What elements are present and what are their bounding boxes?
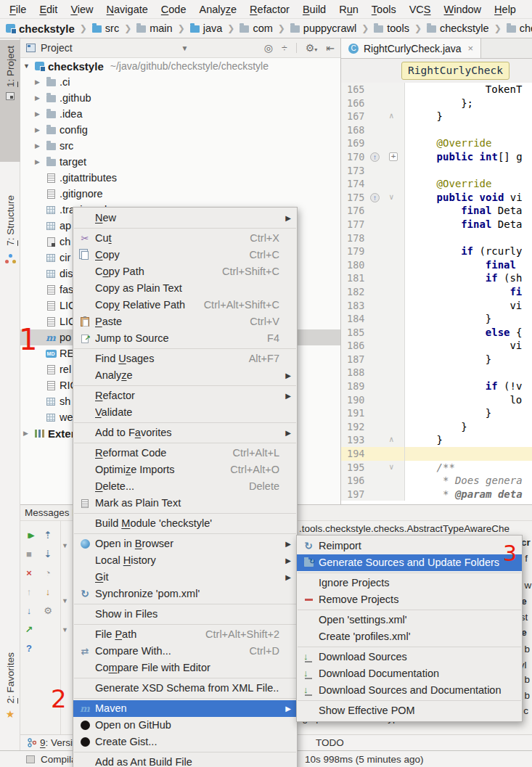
tree-expander-icon[interactable]: ▼ xyxy=(62,542,68,549)
context-menu-item-copy-relative-path[interactable]: Copy Relative PathCtrl+Alt+Shift+C xyxy=(73,297,297,313)
overriding-method-icon[interactable]: ↑ xyxy=(370,193,380,202)
tree-item-config[interactable]: ▶config xyxy=(20,122,340,138)
previous-message-icon[interactable]: ↑ xyxy=(23,586,35,597)
breadcrumb-item-checkstyle[interactable]: checkstyle xyxy=(6,22,75,35)
sidebar-tab-project[interactable]: 1: Project xyxy=(0,40,20,162)
breadcrumb-item-src[interactable]: src xyxy=(92,22,119,34)
chevron-right-icon[interactable]: ▶ xyxy=(35,126,45,134)
pause-output-icon[interactable]: ◔ xyxy=(42,567,54,578)
menubar-item-analyze[interactable]: Analyze xyxy=(193,4,244,15)
context-menu-item-file-path[interactable]: File PathCtrl+Alt+Shift+2 xyxy=(73,626,297,643)
import-icon[interactable]: ↓ xyxy=(42,586,54,597)
chevron-right-icon[interactable]: ▶ xyxy=(23,430,33,437)
tree-expander-icon[interactable]: ▼ xyxy=(62,597,68,604)
help-icon[interactable]: ? xyxy=(23,643,35,654)
gear-icon[interactable]: ⚙▾ xyxy=(306,42,318,54)
chevron-right-icon[interactable]: ▶ xyxy=(35,78,45,86)
menubar-item-refactor[interactable]: Refactor xyxy=(243,4,296,15)
tree-item-github[interactable]: ▶.github xyxy=(20,90,340,106)
close-icon[interactable]: × xyxy=(23,567,35,578)
breadcrumb-item-com[interactable]: com xyxy=(240,22,272,34)
rerun-icon[interactable]: ▶▶ xyxy=(23,530,35,541)
context-menu-item-validate[interactable]: Validate xyxy=(73,404,297,421)
next-message-icon[interactable]: ↓ xyxy=(23,605,35,616)
context-menu-item-jump-to-source[interactable]: Jump to SourceF4 xyxy=(73,330,297,347)
breadcrumb-item-main[interactable]: main xyxy=(136,22,172,34)
maven-submenu-item-reimport[interactable]: ↻Reimport xyxy=(297,538,522,554)
fold-marker-icon[interactable]: ∧ xyxy=(389,110,394,123)
context-menu-item-delete[interactable]: Delete...Delete xyxy=(73,478,297,495)
settings-icon[interactable]: ⚙ xyxy=(42,605,54,616)
breadcrumb-item-tools[interactable]: tools xyxy=(374,22,409,34)
chevron-right-icon[interactable]: ▶ xyxy=(35,158,45,165)
context-menu-item-generate-xsd-schema-from-xml-file[interactable]: Generate XSD Schema from XML File... xyxy=(73,680,297,697)
menubar-item-window[interactable]: Window xyxy=(438,4,488,15)
context-menu-item-reformat-code[interactable]: Reformat CodeCtrl+Alt+L xyxy=(73,445,297,462)
menubar-item-tools[interactable]: Tools xyxy=(365,4,403,15)
fold-marker-icon[interactable]: ∨ xyxy=(389,191,394,205)
tree-item-gitignore[interactable]: .gitignore xyxy=(20,186,340,202)
context-menu-item-analyze[interactable]: Analyze▶ xyxy=(73,367,297,384)
breadcrumb-item-puppycrawl[interactable]: puppycrawl xyxy=(290,22,356,34)
chevron-down-icon[interactable]: ▼ xyxy=(23,62,33,70)
context-menu-item-compare-with[interactable]: ⇄Compare With...Ctrl+D xyxy=(73,643,297,660)
sidebar-tab-favorites[interactable]: 2: Favorites ★ xyxy=(0,647,20,748)
context-menu-item-show-in-files[interactable]: Show in Files xyxy=(73,606,297,623)
breadcrumb-item-checkstyle[interactable]: checkstyle xyxy=(427,22,489,34)
fold-marker-icon[interactable]: ∨ xyxy=(389,461,394,475)
context-menu-item-git[interactable]: Git▶ xyxy=(73,569,297,586)
editor-tab[interactable]: C RightCurlyCheck.java × xyxy=(341,38,481,58)
menubar-item-vcs[interactable]: VCS xyxy=(403,4,438,15)
fold-marker-icon[interactable]: ∧ xyxy=(389,433,394,447)
context-menu-item-add-to-favorites[interactable]: Add to Favorites▶ xyxy=(73,424,297,441)
overriding-method-icon[interactable]: ↑ xyxy=(370,152,380,162)
maven-submenu-item-show-effective-pom[interactable]: Show Effective POM xyxy=(297,702,522,719)
maven-submenu-item-download-sources[interactable]: ↓Download Sources xyxy=(297,649,522,665)
context-menu-item-local-history[interactable]: Local History▶ xyxy=(73,552,297,569)
menubar-item-code[interactable]: Code xyxy=(155,4,193,15)
context-menu-item-optimize-imports[interactable]: Optimize ImportsCtrl+Alt+O xyxy=(73,462,297,478)
tree-item-gitattributes[interactable]: .gitattributes xyxy=(20,170,340,186)
hide-panel-icon[interactable]: ⇤ xyxy=(326,42,335,54)
expand-all-icon[interactable]: ⇡ xyxy=(42,530,54,541)
menubar-item-help[interactable]: Help xyxy=(488,4,523,15)
maven-submenu-item-open-settings-xml[interactable]: Open 'settings.xml' xyxy=(297,612,522,628)
menubar-item-view[interactable]: View xyxy=(64,4,99,15)
context-menu-item-refactor[interactable]: Refactor▶ xyxy=(73,387,297,404)
context-menu-item-copy-path[interactable]: Copy PathCtrl+Shift+C xyxy=(73,263,297,280)
fold-expand-icon[interactable]: + xyxy=(389,152,398,161)
locate-icon[interactable]: ◎ xyxy=(264,42,273,54)
menubar-item-navigate[interactable]: Navigate xyxy=(100,4,155,15)
context-menu-item-cut[interactable]: ✂CutCtrl+X xyxy=(73,230,297,247)
context-menu-item-create-gist[interactable]: Create Gist... xyxy=(73,734,297,750)
breadcrumb-item-checks[interactable]: checks xyxy=(507,22,532,34)
maven-submenu-item-ignore-projects[interactable]: Ignore Projects xyxy=(297,575,522,591)
chevron-right-icon[interactable]: ▶ xyxy=(35,94,45,102)
tree-expander-icon[interactable]: ▼ xyxy=(62,626,68,633)
project-view-dropdown[interactable]: ▼ xyxy=(181,44,189,52)
maven-submenu-item-download-documentation[interactable]: ↓Download Documentation xyxy=(297,665,522,682)
context-menu-item-open-in-browser[interactable]: Open in Browser▶ xyxy=(73,536,297,552)
tree-item-src[interactable]: ▶src xyxy=(20,138,340,154)
collapse-all-icon[interactable]: ⇣ xyxy=(42,549,54,559)
project-panel-title[interactable]: Project xyxy=(26,42,73,54)
code-editor[interactable]: 165TokenT166};167∧}168169@Override170↑+p… xyxy=(341,83,532,504)
maven-submenu-item-create-profiles-xml[interactable]: Create 'profiles.xml' xyxy=(297,628,522,645)
tree-item-idea[interactable]: ▶.idea xyxy=(20,106,340,122)
tree-item-ci[interactable]: ▶.ci xyxy=(20,74,340,90)
context-menu-item-compare-file-with-editor[interactable]: Compare File with Editor xyxy=(73,660,297,676)
stop-icon[interactable]: ■ xyxy=(23,549,35,559)
context-menu-item-mark-as-plain-text[interactable]: Mark as Plain Text xyxy=(73,495,297,512)
context-menu-item-paste[interactable]: PasteCtrl+V xyxy=(73,313,297,330)
sidebar-tab-structure[interactable]: 7: Structure xyxy=(0,189,20,305)
maven-submenu-item-download-sources-and-documentation[interactable]: ↓Download Sources and Documentation xyxy=(297,682,522,699)
menubar-item-file[interactable]: File xyxy=(3,4,33,15)
menubar-item-run[interactable]: Run xyxy=(332,4,365,15)
context-menu-item-add-as-ant-build-file[interactable]: Add as Ant Build File xyxy=(73,754,297,767)
tree-item-checkstyle[interactable]: ▼checkstyle~/java/github/checkstyle/chec… xyxy=(20,58,340,74)
todo-button[interactable]: TODO xyxy=(316,737,344,748)
context-menu-item-maven[interactable]: mMaven▶ xyxy=(73,700,297,717)
menubar-item-edit[interactable]: Edit xyxy=(33,4,64,15)
breadcrumb-item-java[interactable]: java xyxy=(190,22,223,34)
maven-submenu-item-remove-projects[interactable]: Remove Projects xyxy=(297,591,522,608)
